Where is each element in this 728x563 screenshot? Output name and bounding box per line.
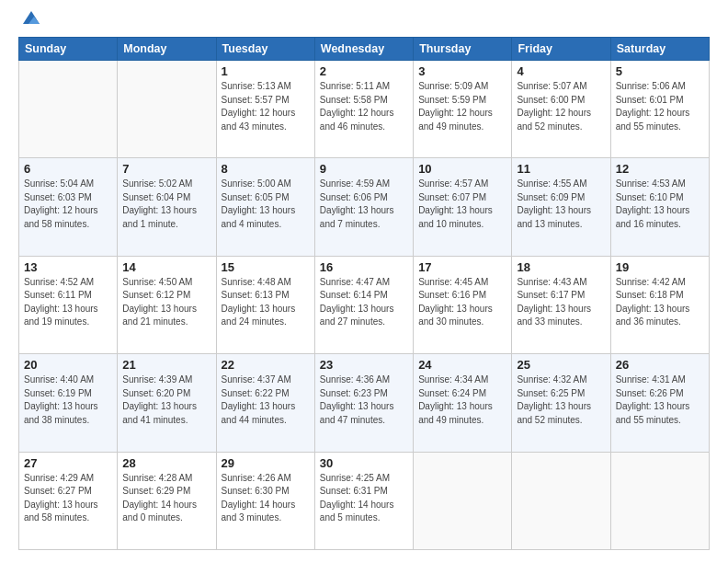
day-info: Sunrise: 5:00 AM Sunset: 6:05 PM Dayligh… <box>222 178 310 231</box>
day-info: Sunrise: 4:48 AM Sunset: 6:13 PM Dayligh… <box>222 276 310 329</box>
day-number: 20 <box>24 358 112 372</box>
weekday-header-row: SundayMondayTuesdayWednesdayThursdayFrid… <box>19 38 710 61</box>
day-number: 14 <box>122 260 210 274</box>
day-number: 25 <box>517 358 605 372</box>
weekday-header-monday: Monday <box>118 38 216 61</box>
day-info: Sunrise: 5:13 AM Sunset: 5:57 PM Dayligh… <box>222 80 310 133</box>
calendar-cell: 12Sunrise: 4:53 AM Sunset: 6:10 PM Dayli… <box>610 158 709 256</box>
calendar-cell: 10Sunrise: 4:57 AM Sunset: 6:07 PM Dayli… <box>414 158 512 256</box>
day-number: 29 <box>222 456 310 470</box>
calendar-week-row: 27Sunrise: 4:29 AM Sunset: 6:27 PM Dayli… <box>19 452 710 549</box>
calendar-cell: 11Sunrise: 4:55 AM Sunset: 6:09 PM Dayli… <box>512 158 610 256</box>
day-number: 26 <box>616 358 704 372</box>
day-number: 8 <box>222 162 310 176</box>
calendar-cell <box>414 452 512 549</box>
calendar-cell: 3Sunrise: 5:09 AM Sunset: 5:59 PM Daylig… <box>414 61 512 158</box>
calendar-cell: 21Sunrise: 4:39 AM Sunset: 6:20 PM Dayli… <box>118 354 216 452</box>
day-info: Sunrise: 5:06 AM Sunset: 6:01 PM Dayligh… <box>616 80 704 133</box>
day-number: 7 <box>122 162 210 176</box>
day-number: 28 <box>122 456 210 470</box>
calendar-cell: 18Sunrise: 4:43 AM Sunset: 6:17 PM Dayli… <box>512 256 610 353</box>
calendar-cell <box>19 61 118 158</box>
day-number: 3 <box>418 64 506 78</box>
page: SundayMondayTuesdayWednesdayThursdayFrid… <box>0 0 728 563</box>
day-info: Sunrise: 5:07 AM Sunset: 6:00 PM Dayligh… <box>517 80 605 133</box>
weekday-header-wednesday: Wednesday <box>314 38 413 61</box>
calendar-cell: 28Sunrise: 4:28 AM Sunset: 6:29 PM Dayli… <box>118 452 216 549</box>
calendar-cell: 16Sunrise: 4:47 AM Sunset: 6:14 PM Dayli… <box>314 256 413 353</box>
calendar-cell: 26Sunrise: 4:31 AM Sunset: 6:26 PM Dayli… <box>610 354 709 452</box>
calendar-cell: 6Sunrise: 5:04 AM Sunset: 6:03 PM Daylig… <box>19 158 118 256</box>
calendar-cell: 25Sunrise: 4:32 AM Sunset: 6:25 PM Dayli… <box>512 354 610 452</box>
day-info: Sunrise: 4:53 AM Sunset: 6:10 PM Dayligh… <box>616 178 704 231</box>
day-info: Sunrise: 4:45 AM Sunset: 6:16 PM Dayligh… <box>418 276 506 329</box>
day-number: 5 <box>616 64 704 78</box>
calendar-cell: 5Sunrise: 5:06 AM Sunset: 6:01 PM Daylig… <box>610 61 709 158</box>
logo <box>18 17 41 28</box>
day-info: Sunrise: 4:43 AM Sunset: 6:17 PM Dayligh… <box>517 276 605 329</box>
day-info: Sunrise: 4:50 AM Sunset: 6:12 PM Dayligh… <box>122 276 210 329</box>
calendar-cell: 4Sunrise: 5:07 AM Sunset: 6:00 PM Daylig… <box>512 61 610 158</box>
day-number: 27 <box>24 456 112 470</box>
day-number: 30 <box>320 456 408 470</box>
day-number: 21 <box>122 358 210 372</box>
day-number: 17 <box>418 260 506 274</box>
weekday-header-tuesday: Tuesday <box>216 38 314 61</box>
day-info: Sunrise: 5:04 AM Sunset: 6:03 PM Dayligh… <box>24 178 112 231</box>
day-info: Sunrise: 4:34 AM Sunset: 6:24 PM Dayligh… <box>418 373 506 427</box>
calendar-cell: 20Sunrise: 4:40 AM Sunset: 6:19 PM Dayli… <box>19 354 118 452</box>
day-info: Sunrise: 4:52 AM Sunset: 6:11 PM Dayligh… <box>24 276 112 329</box>
calendar-cell: 8Sunrise: 5:00 AM Sunset: 6:05 PM Daylig… <box>216 158 314 256</box>
calendar-week-row: 6Sunrise: 5:04 AM Sunset: 6:03 PM Daylig… <box>19 158 710 256</box>
day-number: 6 <box>24 162 112 176</box>
calendar-cell: 19Sunrise: 4:42 AM Sunset: 6:18 PM Dayli… <box>610 256 709 353</box>
day-info: Sunrise: 4:31 AM Sunset: 6:26 PM Dayligh… <box>616 373 704 427</box>
calendar-cell: 17Sunrise: 4:45 AM Sunset: 6:16 PM Dayli… <box>414 256 512 353</box>
day-number: 23 <box>320 358 408 372</box>
day-info: Sunrise: 4:32 AM Sunset: 6:25 PM Dayligh… <box>517 373 605 427</box>
day-number: 4 <box>517 64 605 78</box>
day-number: 11 <box>517 162 605 176</box>
calendar-week-row: 20Sunrise: 4:40 AM Sunset: 6:19 PM Dayli… <box>19 354 710 452</box>
header <box>18 17 710 28</box>
day-info: Sunrise: 4:39 AM Sunset: 6:20 PM Dayligh… <box>122 373 210 427</box>
day-number: 15 <box>222 260 310 274</box>
calendar-cell: 9Sunrise: 4:59 AM Sunset: 6:06 PM Daylig… <box>314 158 413 256</box>
day-number: 18 <box>517 260 605 274</box>
day-info: Sunrise: 4:40 AM Sunset: 6:19 PM Dayligh… <box>24 373 112 427</box>
calendar-cell <box>512 452 610 549</box>
day-info: Sunrise: 4:26 AM Sunset: 6:30 PM Dayligh… <box>222 472 310 525</box>
day-number: 19 <box>616 260 704 274</box>
calendar-table: SundayMondayTuesdayWednesdayThursdayFrid… <box>18 37 710 550</box>
day-number: 13 <box>24 260 112 274</box>
calendar-cell: 24Sunrise: 4:34 AM Sunset: 6:24 PM Dayli… <box>414 354 512 452</box>
logo-icon <box>21 7 41 28</box>
calendar-cell: 13Sunrise: 4:52 AM Sunset: 6:11 PM Dayli… <box>19 256 118 353</box>
day-number: 24 <box>418 358 506 372</box>
day-info: Sunrise: 4:42 AM Sunset: 6:18 PM Dayligh… <box>616 276 704 329</box>
day-number: 16 <box>320 260 408 274</box>
calendar-cell: 14Sunrise: 4:50 AM Sunset: 6:12 PM Dayli… <box>118 256 216 353</box>
calendar-cell: 2Sunrise: 5:11 AM Sunset: 5:58 PM Daylig… <box>314 61 413 158</box>
calendar-cell: 7Sunrise: 5:02 AM Sunset: 6:04 PM Daylig… <box>118 158 216 256</box>
day-number: 12 <box>616 162 704 176</box>
day-info: Sunrise: 4:55 AM Sunset: 6:09 PM Dayligh… <box>517 178 605 231</box>
day-info: Sunrise: 4:29 AM Sunset: 6:27 PM Dayligh… <box>24 472 112 525</box>
day-info: Sunrise: 4:37 AM Sunset: 6:22 PM Dayligh… <box>222 373 310 427</box>
day-number: 2 <box>320 64 408 78</box>
day-number: 1 <box>222 64 310 78</box>
day-info: Sunrise: 5:11 AM Sunset: 5:58 PM Dayligh… <box>320 80 408 133</box>
day-info: Sunrise: 4:47 AM Sunset: 6:14 PM Dayligh… <box>320 276 408 329</box>
calendar-cell: 27Sunrise: 4:29 AM Sunset: 6:27 PM Dayli… <box>19 452 118 549</box>
day-info: Sunrise: 4:59 AM Sunset: 6:06 PM Dayligh… <box>320 178 408 231</box>
calendar-cell <box>118 61 216 158</box>
calendar-cell: 15Sunrise: 4:48 AM Sunset: 6:13 PM Dayli… <box>216 256 314 353</box>
calendar-cell: 23Sunrise: 4:36 AM Sunset: 6:23 PM Dayli… <box>314 354 413 452</box>
day-info: Sunrise: 4:28 AM Sunset: 6:29 PM Dayligh… <box>122 472 210 525</box>
day-number: 9 <box>320 162 408 176</box>
calendar-cell: 30Sunrise: 4:25 AM Sunset: 6:31 PM Dayli… <box>314 452 413 549</box>
day-info: Sunrise: 5:09 AM Sunset: 5:59 PM Dayligh… <box>418 80 506 133</box>
weekday-header-sunday: Sunday <box>19 38 118 61</box>
calendar-cell: 29Sunrise: 4:26 AM Sunset: 6:30 PM Dayli… <box>216 452 314 549</box>
day-number: 10 <box>418 162 506 176</box>
